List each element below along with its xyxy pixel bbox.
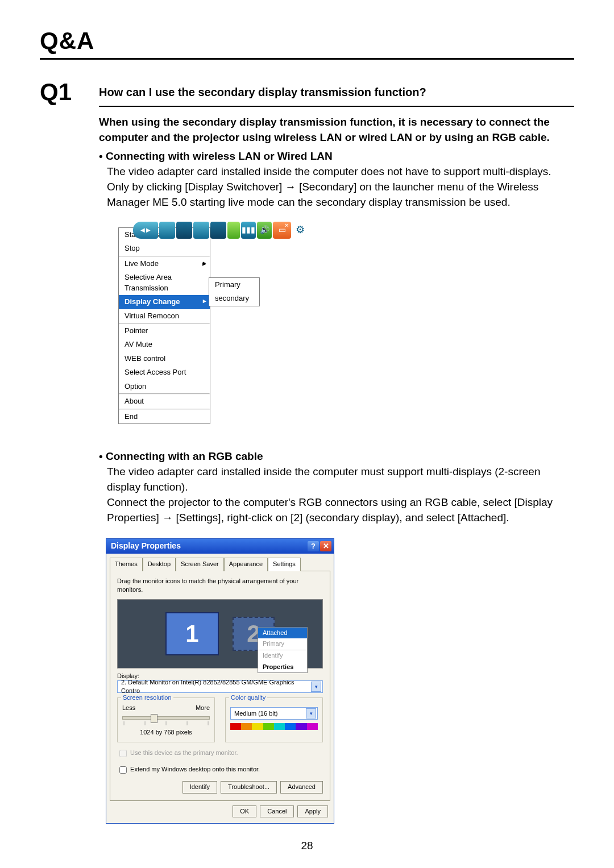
advanced-button[interactable]: Advanced xyxy=(280,781,323,794)
menu-item-label: Live Mode xyxy=(125,259,159,268)
section-a-p2: Only by clicking [Display Switchover] → … xyxy=(107,180,574,210)
troubleshoot-button[interactable]: Troubleshoot... xyxy=(221,781,277,794)
color-quality-value: Medium (16 bit) xyxy=(234,709,277,719)
ctx-primary: Primary xyxy=(258,638,307,650)
color-quality-group: Color quality Medium (16 bit) ▾ xyxy=(225,697,323,742)
menu-item-label: Display Change xyxy=(125,297,180,306)
checkbox xyxy=(119,750,127,757)
launcher-submenu: Primary secondary xyxy=(209,277,260,306)
tab-screensaver[interactable]: Screen Saver xyxy=(176,558,224,571)
color-spectrum xyxy=(230,723,318,730)
monitor-arrangement[interactable]: 1 2 Attached Primary Identify Properties xyxy=(117,599,323,668)
close-icon[interactable]: ▭ xyxy=(273,222,291,239)
display-properties-dialog: Display Properties ? ✕ Themes Desktop Sc… xyxy=(106,538,334,824)
resolution-slider[interactable] xyxy=(122,716,210,720)
chevron-down-icon[interactable]: ▾ xyxy=(306,708,316,719)
menu-item[interactable]: About xyxy=(119,394,210,408)
menu-item[interactable]: End xyxy=(119,410,210,423)
submenu-item-secondary[interactable]: secondary xyxy=(209,292,259,305)
intro-text: When using the secondary display transmi… xyxy=(99,115,574,146)
menu-item[interactable]: Selective Area Transmission xyxy=(119,271,210,295)
display-selector[interactable]: 2. Default Monitor on Intel(R) 82852/828… xyxy=(117,680,323,693)
checkbox-label: Use this device as the primary monitor. xyxy=(130,749,238,756)
drag-instruction: Drag the monitor icons to match the phys… xyxy=(117,577,323,595)
menu-item[interactable]: Virtual Remocon xyxy=(119,309,210,323)
menu-item[interactable]: AV Mute xyxy=(119,338,210,351)
volume-icon[interactable]: 🔊 xyxy=(257,222,272,239)
ctx-attached[interactable]: Attached xyxy=(258,628,307,639)
primary-monitor-checkbox: Use this device as the primary monitor. xyxy=(117,748,323,759)
apply-button[interactable]: Apply xyxy=(297,805,328,818)
question-text: How can I use the secondary display tran… xyxy=(99,86,574,99)
dialog-title: Display Properties xyxy=(111,541,181,552)
section-a-p1: The video adapter card installed inside … xyxy=(107,164,574,180)
page-number: 28 xyxy=(0,840,614,852)
close-icon[interactable]: ✕ xyxy=(320,541,331,551)
identify-button[interactable]: Identify xyxy=(182,781,217,794)
menu-item[interactable]: Select Access Port xyxy=(119,366,210,379)
chevron-down-icon[interactable]: ▾ xyxy=(311,682,321,692)
launcher-icon[interactable] xyxy=(193,222,209,239)
ok-button[interactable]: OK xyxy=(233,805,256,818)
res-less: Less xyxy=(122,704,135,713)
gear-icon[interactable]: ⚙ xyxy=(292,222,308,239)
cancel-button[interactable]: Cancel xyxy=(260,805,294,818)
launcher-figure: ◀ ▶ ▮▮▮ 🔊 ▭ ⚙ Start/Pause Stop Live xyxy=(118,227,300,424)
help-icon[interactable]: ? xyxy=(308,541,319,551)
section-a-title: • Connecting with wireless LAN or Wired … xyxy=(99,149,574,164)
launcher-icon[interactable] xyxy=(210,222,226,239)
signal-icon[interactable]: ▮▮▮ xyxy=(241,222,256,239)
screen-resolution-group: Screen resolution Less More ||||| 1024 b… xyxy=(117,697,215,742)
section-b-p2: Connect the projector to the computer's … xyxy=(107,495,574,526)
menu-item[interactable]: Live Mode ▸ xyxy=(119,257,210,271)
checkbox-label: Extend my Windows desktop onto this moni… xyxy=(130,766,260,773)
launcher-handle[interactable]: ◀ ▶ xyxy=(133,222,158,239)
launcher-icon[interactable] xyxy=(176,222,192,239)
monitor-1[interactable]: 1 xyxy=(165,612,219,655)
ctx-identify[interactable]: Identify xyxy=(258,650,307,662)
dialog-tabs: Themes Desktop Screen Saver Appearance S… xyxy=(106,557,334,571)
menu-item[interactable]: Option xyxy=(119,380,210,393)
launcher-menu: Start/Pause Stop Live Mode ▸ Selective A… xyxy=(118,227,210,424)
question-number: Q1 xyxy=(40,80,85,104)
submenu-item-primary[interactable]: Primary xyxy=(209,278,259,292)
page-title: Q&A xyxy=(40,27,574,60)
tab-appearance[interactable]: Appearance xyxy=(224,558,268,571)
display-value: 2. Default Monitor on Intel(R) 82852/828… xyxy=(121,678,311,696)
tab-themes[interactable]: Themes xyxy=(110,558,143,571)
divider xyxy=(99,106,574,107)
menu-item-display-change[interactable]: Display Change xyxy=(119,295,210,309)
group-title: Screen resolution xyxy=(121,693,173,703)
launcher-toolbar: ◀ ▶ ▮▮▮ 🔊 ▭ ⚙ xyxy=(133,219,308,241)
section-b-title: • Connecting with an RGB cable xyxy=(99,449,574,464)
monitor-context-menu: Attached Primary Identify Properties xyxy=(258,627,308,673)
res-more: More xyxy=(196,704,210,713)
launcher-icon[interactable] xyxy=(227,222,240,239)
slider-thumb[interactable] xyxy=(151,714,157,723)
dialog-titlebar: Display Properties ? ✕ xyxy=(106,539,334,554)
color-quality-selector[interactable]: Medium (16 bit) ▾ xyxy=(230,707,318,720)
menu-item[interactable]: WEB control xyxy=(119,352,210,366)
resolution-value: 1024 by 768 pixels xyxy=(122,728,210,737)
launcher-icon[interactable] xyxy=(159,222,175,239)
menu-item[interactable]: Pointer xyxy=(119,324,210,338)
section-b-p1: The video adapter card installed inside … xyxy=(107,464,574,495)
menu-item[interactable]: Stop xyxy=(119,242,210,255)
extend-desktop-checkbox[interactable]: Extend my Windows desktop onto this moni… xyxy=(117,765,323,775)
group-title: Color quality xyxy=(229,693,267,703)
checkbox[interactable] xyxy=(119,766,127,774)
ctx-properties[interactable]: Properties xyxy=(258,662,307,673)
tab-desktop[interactable]: Desktop xyxy=(143,558,176,571)
tab-settings[interactable]: Settings xyxy=(268,558,301,571)
